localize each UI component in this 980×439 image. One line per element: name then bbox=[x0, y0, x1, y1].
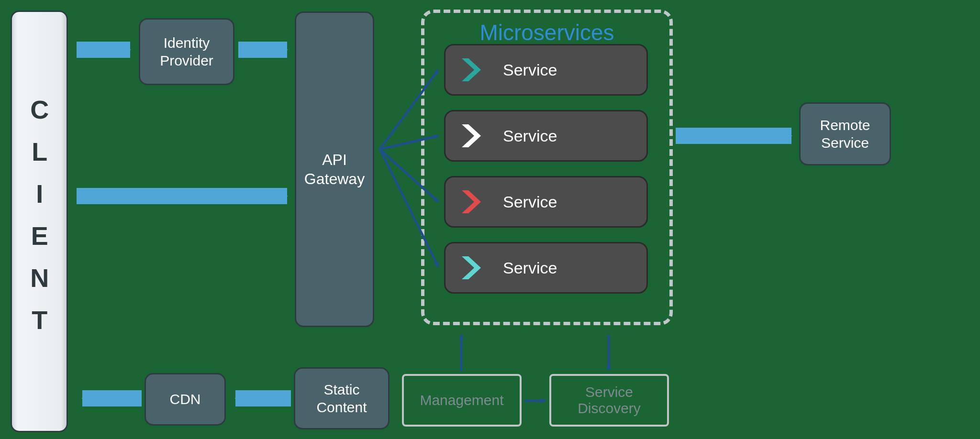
svg-line-9 bbox=[380, 149, 438, 267]
diagram-arrows bbox=[0, 0, 980, 439]
svg-line-8 bbox=[380, 149, 438, 202]
